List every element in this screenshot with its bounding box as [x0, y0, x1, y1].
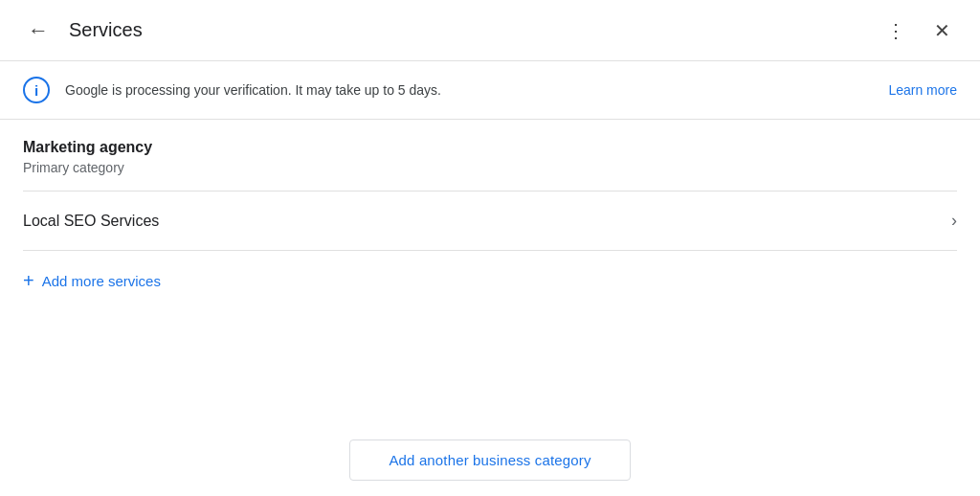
back-button[interactable]: ← — [19, 11, 57, 50]
footer: Add another business category — [0, 424, 980, 496]
close-button[interactable]: ✕ — [923, 11, 961, 50]
close-icon: ✕ — [934, 19, 950, 42]
plus-icon: + — [23, 270, 34, 292]
content-area: Marketing agency Primary category Local … — [0, 120, 980, 311]
add-another-category-button[interactable]: Add another business category — [349, 440, 630, 481]
page-container: ← Services ⋮ ✕ i Google is processing yo… — [0, 0, 980, 496]
service-row[interactable]: Local SEO Services › — [23, 192, 957, 251]
add-services-label: Add more services — [42, 273, 161, 289]
more-options-button[interactable]: ⋮ — [877, 11, 915, 50]
page-title: Services — [69, 19, 877, 41]
add-more-services-button[interactable]: + Add more services — [23, 251, 161, 311]
learn-more-link[interactable]: Learn more — [888, 82, 957, 98]
back-arrow-icon: ← — [28, 20, 49, 41]
chevron-right-icon: › — [951, 211, 957, 231]
info-banner: i Google is processing your verification… — [0, 61, 980, 120]
header-actions: ⋮ ✕ — [877, 11, 961, 50]
header: ← Services ⋮ ✕ — [0, 0, 980, 61]
info-message: Google is processing your verification. … — [65, 82, 873, 98]
category-name: Marketing agency — [23, 139, 957, 156]
info-icon: i — [23, 77, 50, 103]
service-name: Local SEO Services — [23, 213, 159, 230]
add-category-label: Add another business category — [389, 452, 590, 468]
primary-category-section: Marketing agency Primary category — [23, 120, 957, 192]
category-label: Primary category — [23, 160, 957, 175]
more-options-icon: ⋮ — [886, 19, 905, 42]
